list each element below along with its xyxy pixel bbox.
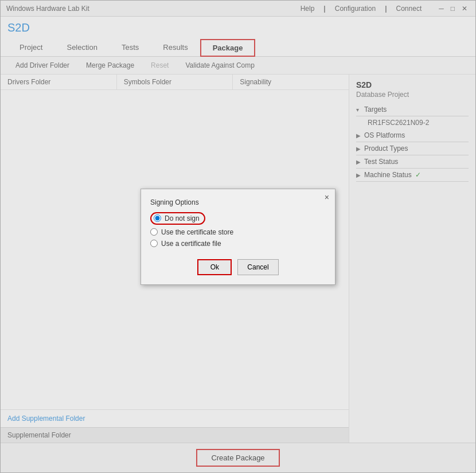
radio-input-cert-store[interactable] [150,228,158,236]
radio-label-do-not-sign: Do not sign [165,214,200,222]
radio-label-cert-file: Use a certificate file [161,240,221,248]
modal-buttons: Ok Cancel [150,259,326,275]
signing-options-modal: × Signing Options Do not sign Use the ce… [141,189,335,285]
radio-option-do-not-sign[interactable]: Do not sign [150,212,326,225]
modal-ok-button[interactable]: Ok [197,259,232,275]
modal-overlay: × Signing Options Do not sign Use the ce… [1,1,475,472]
radio-option-cert-store[interactable]: Use the certificate store [150,228,326,236]
radio-highlight-do-not-sign: Do not sign [150,212,205,225]
signing-radio-group: Do not sign Use the certificate store Us… [150,212,326,248]
radio-option-cert-file[interactable]: Use a certificate file [150,240,326,248]
modal-close-button[interactable]: × [325,193,329,202]
modal-title: Signing Options [150,198,326,206]
radio-label-cert-store: Use the certificate store [161,228,233,236]
radio-input-do-not-sign[interactable] [154,214,161,222]
modal-cancel-button[interactable]: Cancel [237,259,278,275]
radio-input-cert-file[interactable] [150,240,158,247]
